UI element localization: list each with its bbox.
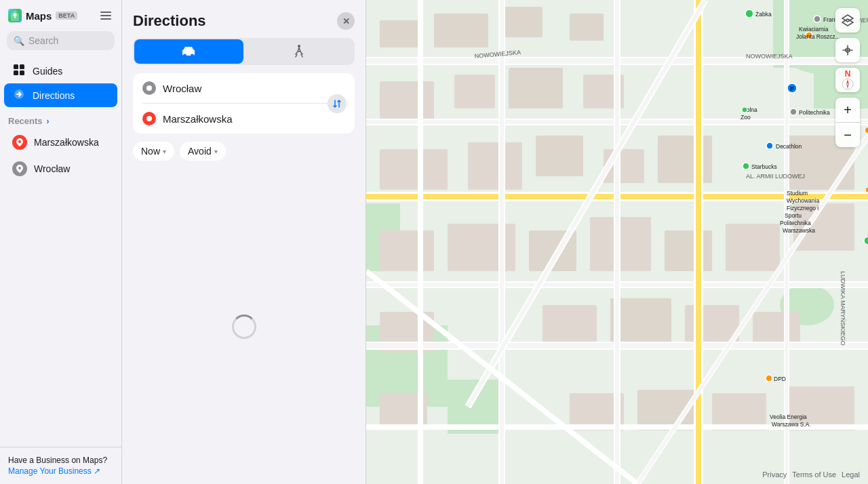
svg-marker-207 xyxy=(842,15,853,22)
privacy-link[interactable]: Privacy xyxy=(762,470,787,479)
svg-marker-208 xyxy=(842,19,853,26)
svg-text:Kwiaciarnia: Kwiaciarnia xyxy=(799,26,829,33)
time-option-button[interactable]: Now ▾ xyxy=(133,142,174,161)
terms-link[interactable]: Terms of Use xyxy=(792,470,836,479)
svg-point-134 xyxy=(766,375,772,382)
sidebar-toggle-button[interactable] xyxy=(98,8,113,23)
recent-wroclaw-label: Wrocław xyxy=(34,163,70,174)
location-button[interactable] xyxy=(835,38,860,62)
walking-tab[interactable] xyxy=(245,39,354,64)
svg-marker-212 xyxy=(846,79,849,84)
layers-button[interactable] xyxy=(835,8,860,33)
grid-icon xyxy=(14,64,24,75)
svg-rect-41 xyxy=(665,230,712,271)
svg-rect-2 xyxy=(100,12,111,13)
map-svg: Żabka Franco Plac Zbawiciela Plac Na Roz… xyxy=(366,0,868,484)
svg-text:Studium: Studium xyxy=(787,190,808,197)
search-input-placeholder: Search xyxy=(28,35,58,46)
sidebar-item-guides[interactable]: Guides xyxy=(4,59,117,83)
svg-rect-28 xyxy=(380,81,434,122)
swap-button[interactable] xyxy=(328,94,347,113)
map-controls: N + − xyxy=(835,8,860,147)
svg-rect-32 xyxy=(380,149,448,190)
destination-row: Marszałkowska xyxy=(133,104,355,134)
svg-rect-8 xyxy=(20,70,24,75)
maps-app-icon xyxy=(8,9,22,22)
svg-text:Veolia Energia: Veolia Energia xyxy=(770,414,807,420)
location-icon xyxy=(842,44,854,56)
svg-text:Politechnika: Politechnika xyxy=(799,109,830,116)
layers-icon xyxy=(842,14,854,26)
svg-point-94 xyxy=(865,127,868,134)
compass-n-label: N xyxy=(845,70,851,78)
app-title: Maps xyxy=(26,10,52,22)
svg-rect-30 xyxy=(509,68,563,108)
svg-point-88 xyxy=(790,108,797,115)
search-icon: 🔍 xyxy=(14,36,24,46)
arrow-icon xyxy=(14,89,24,100)
loading-area xyxy=(122,169,366,484)
svg-rect-5 xyxy=(14,64,18,69)
svg-text:Wychowania: Wychowania xyxy=(787,197,819,204)
svg-point-82 xyxy=(814,16,821,22)
zoom-out-button[interactable]: − xyxy=(835,123,860,147)
svg-rect-29 xyxy=(454,75,495,108)
svg-point-11 xyxy=(18,167,21,169)
svg-point-1 xyxy=(14,14,17,17)
manage-business-link[interactable]: Manage Your Business ↗ xyxy=(8,466,113,476)
recents-chevron: › xyxy=(47,117,50,126)
recent-item-wroclaw[interactable]: Wrocław xyxy=(4,156,117,182)
zoom-in-button[interactable]: + xyxy=(835,98,860,122)
svg-point-210 xyxy=(847,49,848,51)
svg-point-184 xyxy=(865,187,868,193)
map-area[interactable]: Żabka Franco Plac Zbawiciela Plac Na Roz… xyxy=(366,0,868,484)
sidebar-item-guides-label: Guides xyxy=(33,66,62,77)
sidebar-nav: Guides Directions xyxy=(0,56,121,110)
recent-item-marszalkowska[interactable]: Marszałkowska xyxy=(4,129,117,155)
close-button[interactable]: ✕ xyxy=(337,12,355,30)
svg-rect-7 xyxy=(14,70,18,75)
time-option-label: Now xyxy=(141,146,160,157)
driving-tab[interactable] xyxy=(134,39,243,64)
svg-rect-25 xyxy=(434,14,488,47)
svg-point-80 xyxy=(745,9,753,18)
zoom-controls: + − xyxy=(835,98,860,147)
panel-title: Directions xyxy=(133,12,206,30)
svg-text:DPD: DPD xyxy=(774,376,786,382)
origin-input[interactable]: Wrocław xyxy=(163,83,345,94)
sidebar-item-directions[interactable]: Directions xyxy=(4,83,117,107)
avoid-option-button[interactable]: Avoid ▾ xyxy=(180,142,226,161)
legal-link[interactable]: Legal xyxy=(842,470,860,479)
svg-text:Starbucks: Starbucks xyxy=(751,163,777,170)
svg-text:Sportu: Sportu xyxy=(785,212,802,219)
destination-input[interactable]: Marszałkowska xyxy=(163,113,345,125)
beta-badge: BETA xyxy=(56,12,77,20)
svg-point-90 xyxy=(766,142,773,149)
svg-rect-3 xyxy=(100,15,111,16)
walking-icon xyxy=(294,45,304,58)
svg-text:Zoo: Zoo xyxy=(741,114,751,121)
svg-rect-44 xyxy=(542,305,597,346)
recent-marszalkowska-label: Marszałkowska xyxy=(34,137,99,148)
svg-text:P: P xyxy=(790,85,794,92)
avoid-option-label: Avoid xyxy=(188,146,212,157)
guides-icon xyxy=(12,64,26,77)
svg-rect-26 xyxy=(502,7,542,37)
svg-marker-213 xyxy=(846,84,849,89)
svg-text:Fizycznego i: Fizycznego i xyxy=(787,205,818,211)
compass-button[interactable]: N xyxy=(835,68,860,92)
svg-rect-36 xyxy=(658,136,712,183)
compass-icon xyxy=(842,78,854,90)
recents-section: Recents › Marszałkowska Wrocław xyxy=(0,110,121,182)
directions-panel: Directions ✕ Wrocław xyxy=(122,0,366,484)
svg-point-96 xyxy=(864,237,868,245)
svg-rect-37 xyxy=(380,230,434,271)
swap-icon xyxy=(332,99,342,108)
svg-text:NOWOWIEJSKA: NOWOWIEJSKA xyxy=(746,53,793,60)
car-icon xyxy=(181,46,196,57)
search-bar[interactable]: 🔍 Search xyxy=(7,31,115,50)
time-chevron-icon: ▾ xyxy=(163,148,166,155)
svg-rect-27 xyxy=(570,14,604,41)
svg-rect-42 xyxy=(726,224,780,271)
svg-text:Warszawska: Warszawska xyxy=(783,227,815,234)
